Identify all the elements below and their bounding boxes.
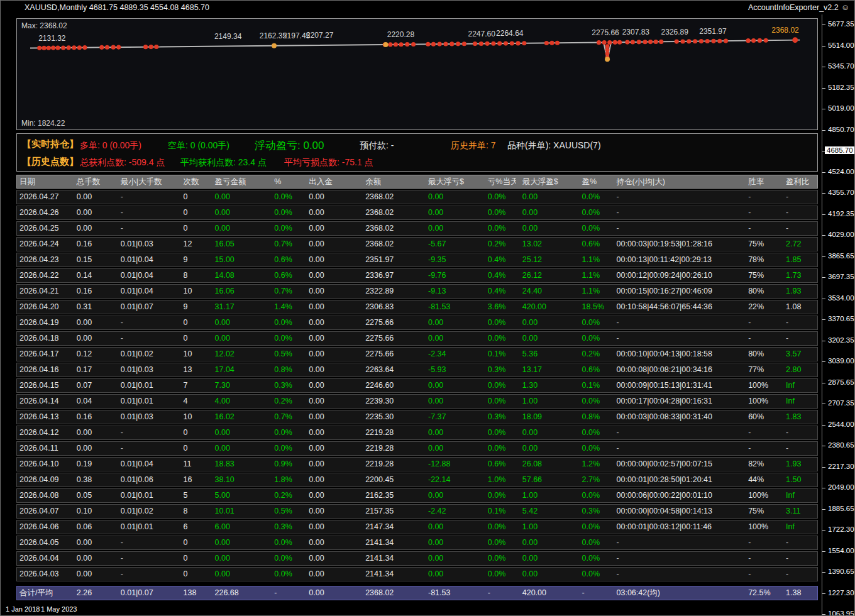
table-cell: 0.01|0.01 [114,520,177,534]
balance-chart-panel[interactable]: Max: 2368.02 Min: 1824.22 2131.322149.34… [16,18,818,130]
axis-tick [822,572,825,573]
smiley-icon[interactable]: ☺ [841,3,849,12]
axis-tick [822,404,825,404]
table-cell: 0.31 [70,300,114,314]
column-header: 次数 [177,175,209,188]
table-cell: 2026.04.12 [17,426,70,439]
table-cell: 0.00 [422,442,482,455]
table-cell: 0.00 [302,410,359,424]
table-cell: 77% [742,363,780,377]
table-cell: 0.00 [70,552,114,565]
table-cell: 12.02 [209,348,268,361]
axis-tick [822,214,825,215]
table-cell: 0.2% [576,348,610,361]
table-cell: 75% [742,238,780,251]
table-total-row: 合计/平均2.260.01|0.07138226.68-0.002368.02-… [16,586,818,600]
table-cell: 44% [742,473,780,487]
table-cell: 0.00 [516,206,576,219]
history-merged-count: 历史并单: 7 [451,140,496,151]
column-header: 盈亏金额 [209,175,268,188]
table-cell: 0.0% [268,222,302,235]
column-header: % [268,175,302,188]
table-cell: 0.0% [576,316,610,329]
table-cell: 0.0% [576,536,610,549]
table-cell: - [610,568,742,581]
table-cell: 7.30 [209,379,268,392]
table-cell: 0.0% [268,442,302,455]
table-cell: - [610,206,742,219]
table-cell: 2322.89 [359,285,422,298]
table-row: 2026.04.160.170.01|0.031317.040.8%0.0022… [16,363,818,377]
table-cell: 0.00 [516,426,576,439]
chart-min-label: Min: 1824.22 [21,119,65,128]
table-cell: 0.0% [268,190,302,204]
axis-price-label: 5019.00 [828,104,854,112]
table-cell: 0.00 [516,552,576,565]
table-cell: 82% [742,458,780,471]
table-cell: - [268,586,302,600]
table-cell: - [114,190,177,204]
price-milestone-label: 2247.60 [468,30,495,38]
column-header: 亏%当天 [482,175,516,188]
axis-tick [822,130,825,131]
table-cell: 0.0% [482,395,516,408]
table-cell: 0.00 [302,505,359,518]
table-cell: 0.0% [576,332,610,345]
chart-canvas[interactable] [17,19,817,129]
axis-price-label: 1063.95 [828,610,854,616]
table-cell: 0.3% [268,520,302,534]
table-cell: 24.40 [516,285,576,298]
table-cell: 0.1% [482,505,516,518]
table-cell: 1.50 [780,473,817,487]
table-cell: - [780,442,817,455]
axis-price-label: 1722.30 [828,525,854,533]
axis-tick [822,425,825,426]
table-cell: 0.8% [576,410,610,424]
table-cell: 0.00 [70,222,114,235]
table-cell: 0.0% [576,552,610,565]
table-cell: 2026.04.13 [17,410,70,424]
table-cell: 0 [177,190,209,204]
table-cell: 0.10 [70,505,114,518]
table-cell: - [114,536,177,549]
table-cell: - [114,316,177,329]
table-row: 2026.04.220.140.01|0.04814.080.6%0.00233… [16,268,818,283]
table-cell: 0.00 [209,332,268,345]
axis-price-label: 3534.00 [828,294,854,302]
table-cell: 16.06 [209,285,268,298]
table-cell: 14.08 [209,269,268,282]
table-cell: 0.0% [576,426,610,439]
table-cell: 0.0% [576,206,610,219]
table-cell: 0.00 [516,190,576,204]
price-milestone-label: 2275.66 [592,28,619,37]
table-cell: 0.0% [482,316,516,329]
table-cell: - [780,552,817,565]
table-cell: 0.00 [70,442,114,455]
table-cell: 2026.04.20 [17,300,70,314]
price-axis[interactable]: 5677.355514.005345.705182.355019.004850.… [822,14,855,616]
table-cell: 0.01|0.02 [114,348,177,361]
table-cell: - [610,222,742,235]
table-cell: 0.00 [302,442,359,455]
table-cell: 13 [177,363,209,377]
table-cell: 2026.04.22 [17,269,70,282]
table-cell: 0.00 [422,568,482,581]
table-cell: 2026.04.17 [17,348,70,361]
table-cell: 0.01|0.02 [114,505,177,518]
table-cell: - [780,316,817,329]
axis-tick [822,46,825,47]
table-cell: 10.01 [209,505,268,518]
table-cell: 2.72 [780,238,817,251]
table-cell: 2026.04.11 [17,442,70,455]
table-cell: 0.3% [268,379,302,392]
table-cell: 0.00 [209,442,268,455]
table-cell: -12.88 [422,458,482,471]
table-cell: 13.02 [516,238,576,251]
table-cell: 0.00 [422,316,482,329]
table-cell: - [742,222,780,235]
axis-tick [822,25,825,25]
table-cell: 0.6% [576,238,610,251]
table-cell: 1.93 [780,285,817,298]
table-cell: 2336.97 [359,269,422,282]
table-cell: 0.14 [70,269,114,282]
